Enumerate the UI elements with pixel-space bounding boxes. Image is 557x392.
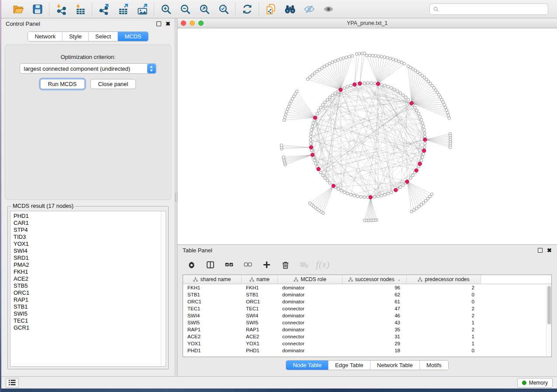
memory-button[interactable]: Memory [517, 378, 553, 388]
table-row[interactable]: SWI4SWI4dominator462 [183, 312, 551, 319]
mcds-result-item[interactable]: SWI4 [14, 248, 161, 254]
clone-network-button[interactable] [265, 3, 277, 15]
tab-style[interactable]: Style [62, 32, 89, 41]
optimization-criterion-dropdown[interactable]: largest connected component (undirected) [20, 63, 157, 74]
table-row[interactable]: PHD1PHD1dominator180 [183, 347, 551, 354]
control-panel-tabs: NetworkStyleSelectMCDS [1, 31, 175, 41]
export-table-button[interactable] [117, 3, 129, 15]
zoom-out-button[interactable] [179, 3, 191, 15]
table-row[interactable]: ACE2ACE2connector311 [183, 333, 551, 340]
refresh-view-button[interactable] [241, 3, 253, 15]
mcds-result-item[interactable]: CAR1 [14, 220, 161, 227]
column-header-predecessor-nodes[interactable]: predecessor nodes [407, 275, 481, 284]
import-network-button[interactable] [55, 3, 67, 15]
mcds-result-item[interactable]: RAP1 [14, 296, 161, 303]
tab-motifs[interactable]: Motifs [420, 361, 448, 370]
tab-edge-table[interactable]: Edge Table [329, 361, 370, 370]
column-header-shared-name[interactable]: shared name [183, 275, 242, 284]
mcds-result-item[interactable]: SWI5 [14, 310, 161, 317]
first-neighbors-button[interactable] [284, 3, 296, 15]
sort-indicator-icon: ⌄ [398, 277, 401, 282]
table-scrollbar[interactable] [546, 284, 551, 356]
deselect-all-button[interactable] [242, 259, 253, 270]
table-row[interactable]: ORC1ORC1dominator610 [183, 298, 551, 305]
memory-status-icon [522, 381, 526, 385]
control-panel-float-icon[interactable] [156, 21, 161, 26]
network-list-button[interactable] [6, 378, 19, 388]
tab-mcds[interactable]: MCDS [118, 32, 148, 41]
window-close-icon[interactable] [181, 21, 186, 26]
table-row[interactable]: TEC1TEC1connector472 [183, 305, 551, 312]
mcds-result-item[interactable]: ACE2 [14, 275, 161, 282]
mcds-result-item[interactable]: FKH1 [14, 268, 161, 275]
zoom-fit-button[interactable] [198, 3, 210, 15]
window-minimize-icon[interactable] [190, 21, 195, 26]
delete-column-button[interactable] [280, 259, 291, 270]
function-builder-icon: f(x) [316, 260, 330, 270]
export-table-icon [118, 3, 129, 15]
split-panel-button[interactable] [205, 259, 215, 270]
column-header-MCDS-role[interactable]: MCDS role [278, 275, 343, 284]
hide-selected-button[interactable] [303, 3, 315, 15]
splitter-grip [175, 193, 178, 202]
node-table[interactable]: shared namenameMCDS rolesuccessor nodes⌄… [183, 275, 552, 357]
window-zoom-icon[interactable] [198, 21, 204, 26]
function-builder-button: f(x) [318, 259, 328, 270]
add-column-button[interactable] [261, 259, 272, 270]
mcds-result-item[interactable]: SRD1 [14, 254, 161, 261]
zoom-selected-icon [218, 3, 229, 15]
zoom-fit-icon [199, 3, 210, 15]
mcds-result-item[interactable]: STP4 [14, 227, 161, 234]
tab-network[interactable]: Network [28, 32, 62, 41]
table-row[interactable]: SWI5SWI5connector431 [183, 319, 551, 326]
mcds-result-item[interactable]: YOX1 [14, 241, 161, 248]
save-session-button[interactable] [31, 3, 43, 15]
search-input[interactable] [441, 6, 545, 12]
table-row[interactable]: STB1STB1dominator620 [183, 291, 551, 298]
table-settings-button[interactable] [186, 259, 197, 270]
mcds-list-scrollbar[interactable] [161, 211, 166, 366]
status-bar: Memory [1, 376, 557, 389]
memory-label: Memory [529, 380, 548, 386]
network-view-window: YPA_prune.txt_1 [177, 18, 557, 245]
delete-table-icon [300, 260, 309, 269]
split-panel-icon [206, 260, 215, 269]
export-image-button[interactable] [136, 3, 148, 15]
mcds-result-item[interactable]: ORC1 [14, 289, 161, 296]
table-row[interactable]: FKH1FKH1dominator962 [183, 284, 551, 291]
open-file-button[interactable] [12, 3, 24, 15]
mcds-result-item[interactable]: GCR1 [14, 324, 161, 331]
table-row[interactable]: RAP1RAP1dominator352 [183, 326, 551, 333]
mcds-result-item[interactable]: STB1 [14, 303, 161, 310]
select-all-button[interactable] [224, 259, 234, 270]
table-toolbar: f(x) [177, 255, 557, 274]
table-scrollbar-thumb[interactable] [547, 286, 551, 324]
close-panel-button[interactable]: Close panel [90, 79, 136, 89]
column-header-name[interactable]: name [242, 275, 278, 284]
network-canvas[interactable] [177, 28, 557, 244]
tab-node-table[interactable]: Node Table [286, 361, 329, 370]
zoom-in-button[interactable] [160, 3, 172, 15]
mcds-result-item[interactable]: PMA2 [14, 261, 161, 268]
table-panel-close-icon[interactable]: ✖ [547, 248, 552, 253]
search-box[interactable] [429, 3, 548, 15]
mcds-result-item[interactable]: STB5 [14, 282, 161, 289]
tab-select[interactable]: Select [89, 32, 118, 41]
mcds-result-item[interactable]: TID3 [14, 234, 161, 241]
zoom-selected-button[interactable] [218, 3, 229, 15]
run-mcds-button[interactable]: Run MCDS [40, 79, 85, 89]
export-network-button[interactable] [98, 3, 110, 15]
column-header-successor-nodes[interactable]: successor nodes⌄ [343, 275, 407, 284]
hide-selected-icon [304, 3, 315, 15]
mcds-result-list[interactable]: PHD1CAR1STP4TID3YOX1SWI4SRD1PMA2FKH1ACE2… [10, 211, 166, 367]
table-row[interactable]: YOX1YOX1connector291 [183, 340, 551, 347]
table-panel-float-icon[interactable] [538, 248, 543, 253]
tab-network-table[interactable]: Network Table [370, 361, 420, 370]
control-panel-close-icon[interactable]: ✖ [166, 21, 170, 27]
mcds-result-item[interactable]: TEC1 [14, 317, 161, 324]
show-all-button[interactable] [322, 3, 334, 15]
refresh-view-icon [242, 3, 253, 15]
vertical-splitter[interactable] [175, 18, 177, 376]
mcds-result-item[interactable]: PHD1 [14, 213, 161, 220]
import-table-button[interactable] [74, 3, 86, 15]
